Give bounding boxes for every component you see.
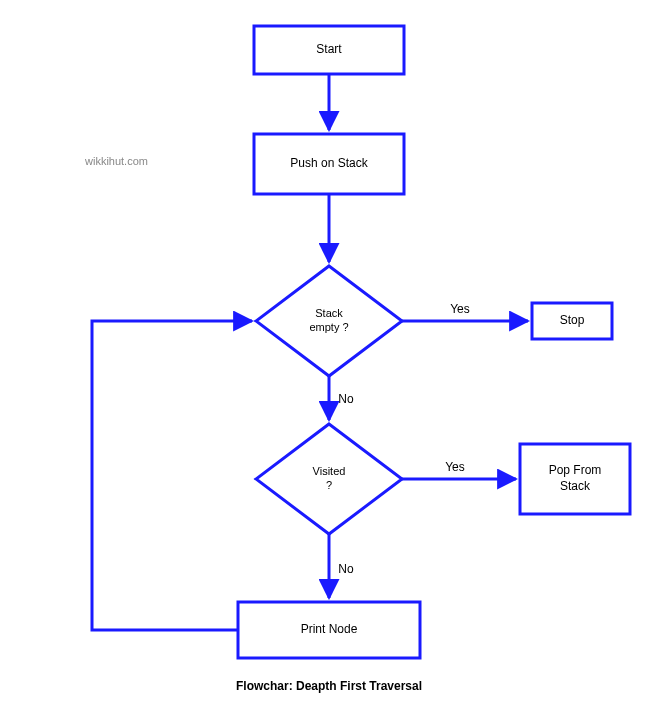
- node-decision-stack-empty: Stack empty ?: [256, 266, 402, 376]
- node-decision-visited: Visited ?: [256, 424, 402, 534]
- edge-d1-yes-label: Yes: [450, 302, 470, 316]
- node-print: Print Node: [238, 602, 420, 658]
- node-print-label: Print Node: [301, 622, 358, 636]
- node-pop-line2: Stack: [560, 479, 591, 493]
- edge-print-to-d1-loop: [92, 321, 252, 630]
- node-d2-line2: ?: [326, 479, 332, 491]
- edge-d2-yes-label: Yes: [445, 460, 465, 474]
- node-start-label: Start: [316, 42, 342, 56]
- diagram-caption: Flowchar: Deapth First Traversal: [236, 679, 422, 693]
- node-start: Start: [254, 26, 404, 74]
- edge-d1-no-label: No: [338, 392, 354, 406]
- node-pop: Pop From Stack: [520, 444, 630, 514]
- node-d2-line1: Visited: [313, 465, 346, 477]
- node-push: Push on Stack: [254, 134, 404, 194]
- node-d1-line2: empty ?: [309, 321, 348, 333]
- watermark-text: wikkihut.com: [84, 155, 148, 167]
- node-d1-line1: Stack: [315, 307, 343, 319]
- node-push-label: Push on Stack: [290, 156, 368, 170]
- flowchart-diagram: wikkihut.com Start Push on Stack Stack e…: [0, 0, 648, 720]
- node-pop-line1: Pop From: [549, 463, 602, 477]
- node-stop-label: Stop: [560, 313, 585, 327]
- node-stop: Stop: [532, 303, 612, 339]
- edge-d2-no-label: No: [338, 562, 354, 576]
